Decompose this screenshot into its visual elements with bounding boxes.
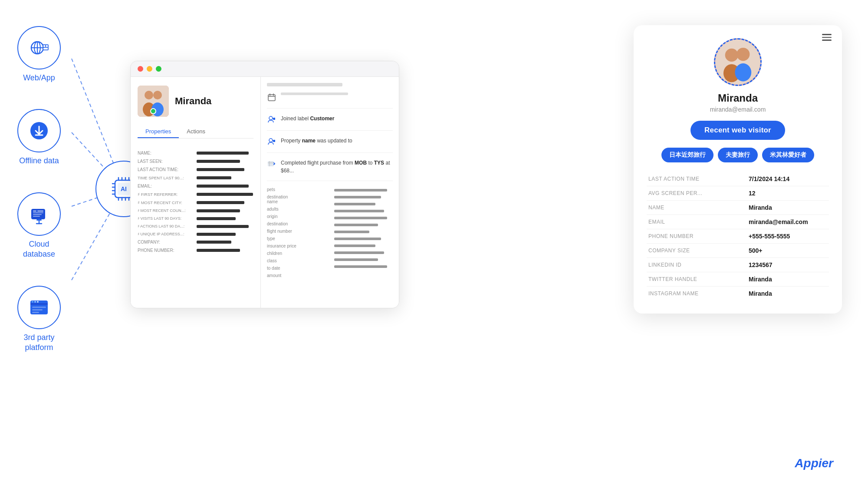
- prop-row-city: ♯ MOST RECENT CITY:: [138, 198, 253, 207]
- property-fields: pets destinationname adults origin desti…: [267, 187, 393, 278]
- field-val-instagram: Miranda: [747, 287, 829, 301]
- card-avatar-wrapper: [647, 38, 829, 86]
- field-key-linkedin: LINKEDIN ID: [647, 258, 747, 272]
- activity-item-3: Completed flight purchase from MOB to TY…: [267, 159, 393, 181]
- tab-properties[interactable]: Properties: [138, 125, 179, 138]
- prop-label-time-spent: TIME SPENT LAST 90...:: [138, 175, 194, 180]
- cloud-icon: [28, 203, 50, 225]
- prop-bar-company: [197, 241, 231, 244]
- icon-item-offline: Offline data: [17, 109, 61, 166]
- field-destination: destination: [267, 221, 326, 226]
- svg-rect-14: [43, 48, 48, 50]
- prop-row-action-time: LAST ACTION TIME:: [138, 165, 253, 174]
- table-row-twitter: TWITTER HANDLE Miranda: [647, 272, 829, 287]
- prop-bar-visits: [197, 217, 236, 220]
- offline-icon: [29, 120, 49, 141]
- table-row-name: NAME Miranda: [647, 201, 829, 215]
- prop-label-ip: ♯ UNIQUE IP ADDRESS...:: [138, 232, 194, 236]
- svg-point-71: [735, 63, 751, 82]
- card-name: Miranda: [647, 92, 829, 104]
- prop-row-time-spent: TIME SPENT LAST 90...:: [138, 174, 253, 182]
- tag-0[interactable]: 日本近郊旅行: [661, 148, 713, 162]
- appier-logo: Appier: [795, 456, 833, 470]
- svg-rect-32: [32, 309, 43, 310]
- activity-item-0: [267, 92, 393, 109]
- cloud-label: Cloud database: [23, 239, 55, 260]
- field-key-avg-screen: AVG SCREEN PER...: [647, 186, 747, 201]
- svg-rect-27: [30, 303, 48, 305]
- svg-point-56: [153, 91, 162, 99]
- svg-rect-13: [46, 45, 48, 47]
- prop-label-company: COMPANY:: [138, 240, 194, 244]
- table-row-avg-screen: AVG SCREEN PER... 12: [647, 186, 829, 201]
- left-panel: Web/App Offline data: [17, 26, 61, 353]
- profile-tabs: Properties Actions: [138, 125, 253, 139]
- field-adults: adults: [267, 207, 326, 211]
- traffic-light-red[interactable]: [138, 66, 143, 72]
- user-label-icon: [267, 115, 276, 124]
- browser-content: Miranda Properties Actions NAME: LAST SE…: [131, 77, 399, 308]
- menu-bar-3: [822, 40, 832, 41]
- field-key-email: EMAIL: [647, 215, 747, 229]
- prop-label-country: ♯ MOST RECENT COUN...:: [138, 208, 194, 213]
- prop-row-visits: ♯ VISITS LAST 90 DAYS:: [138, 215, 253, 222]
- field-key-twitter: TWITTER HANDLE: [647, 272, 747, 287]
- tab-actions[interactable]: Actions: [179, 125, 213, 138]
- prop-bar-time-spent: [197, 176, 231, 179]
- third-party-icon-circle: [17, 286, 61, 329]
- svg-point-30: [37, 301, 39, 303]
- field-type: type: [267, 236, 326, 241]
- recent-web-visitor-button[interactable]: Recent web visitor: [690, 121, 785, 140]
- info-table: LAST ACTION TIME 7/1/2024 14:14 AVG SCRE…: [647, 172, 829, 300]
- prop-label-visits: ♯ VISITS LAST 90 DAYS:: [138, 216, 194, 221]
- calendar-icon: [267, 92, 276, 102]
- prop-bar-actions: [197, 225, 249, 228]
- prop-row-ip: ♯ UNIQUE IP ADDRESS...:: [138, 230, 253, 238]
- activity-pane: Joined label Customer Property name was …: [261, 77, 399, 308]
- svg-rect-12: [43, 45, 45, 47]
- svg-rect-64: [268, 161, 274, 166]
- tag-1[interactable]: 夫妻旅行: [718, 148, 758, 162]
- field-flight-number: flight number: [267, 229, 326, 234]
- field-key-company-size: COMPANY SIZE: [647, 244, 747, 258]
- card-menu-button[interactable]: [822, 34, 832, 41]
- field-insurance-price: insurance price: [267, 244, 326, 248]
- field-to-date: to date: [267, 266, 326, 271]
- svg-text:AI: AI: [121, 185, 127, 192]
- field-pets: pets: [267, 187, 326, 192]
- profile-card: Miranda miranda@email.com Recent web vis…: [634, 25, 842, 314]
- table-row-company-size: COMPANY SIZE 500+: [647, 244, 829, 258]
- field-val-phone: +555-555-5555: [747, 229, 829, 244]
- field-val-last-action: 7/1/2024 14:14: [747, 172, 829, 186]
- tag-2[interactable]: 米其林愛好者: [762, 148, 814, 162]
- svg-rect-18: [33, 211, 36, 211]
- cloud-icon-circle: [17, 192, 61, 236]
- svg-rect-19: [37, 211, 43, 211]
- prop-label-city: ♯ MOST RECENT CITY:: [138, 200, 194, 205]
- svg-rect-53: [138, 86, 169, 117]
- prop-row-name: NAME:: [138, 149, 253, 157]
- field-key-instagram: INSTAGRAM NAME: [647, 287, 747, 301]
- field-val-avg-screen: 12: [747, 186, 829, 201]
- field-class: class: [267, 258, 326, 263]
- icon-item-web-app: Web/App: [17, 26, 61, 83]
- svg-rect-33: [32, 312, 39, 313]
- svg-rect-21: [33, 214, 42, 215]
- traffic-light-green[interactable]: [156, 66, 161, 72]
- prop-label-seen: LAST SEEN:: [138, 159, 194, 164]
- prop-row-company: COMPANY:: [138, 238, 253, 246]
- offline-icon-circle: [17, 109, 61, 152]
- prop-label-referrer: ♯ FIRST REFERRER:: [138, 192, 194, 197]
- svg-point-29: [34, 301, 36, 303]
- field-val-email: miranda@email.com: [747, 215, 829, 229]
- traffic-light-yellow[interactable]: [147, 66, 152, 72]
- card-avatar: [714, 38, 762, 86]
- svg-point-63: [269, 139, 273, 142]
- prop-bar-email: [197, 185, 249, 188]
- field-val-linkedin: 1234567: [747, 258, 829, 272]
- field-key-last-action: LAST ACTION TIME: [647, 172, 747, 186]
- table-row-instagram: INSTAGRAM NAME Miranda: [647, 287, 829, 301]
- prop-bar-ip: [197, 233, 236, 236]
- field-val-twitter: Miranda: [747, 272, 829, 287]
- svg-point-62: [269, 116, 273, 120]
